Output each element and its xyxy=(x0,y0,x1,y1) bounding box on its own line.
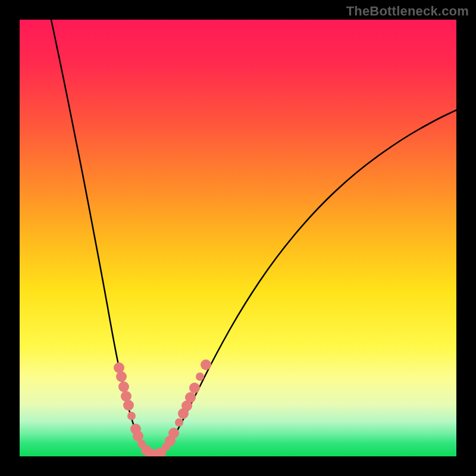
plot-area xyxy=(20,20,456,456)
marker-point xyxy=(189,383,200,393)
marker-point xyxy=(168,428,179,439)
marker-point xyxy=(118,381,129,392)
chart-frame: TheBottleneck.com xyxy=(0,0,476,476)
marker-point xyxy=(116,371,127,382)
watermark-text: TheBottleneck.com xyxy=(346,4,469,19)
series-right-curve xyxy=(154,110,456,456)
curves-svg xyxy=(20,20,456,456)
series-group xyxy=(51,20,456,456)
marker-point xyxy=(175,418,183,427)
series-left-curve xyxy=(51,20,154,456)
marker-point xyxy=(196,372,204,381)
markers-group xyxy=(114,359,211,456)
marker-point xyxy=(127,412,136,420)
marker-point xyxy=(201,359,211,370)
marker-point xyxy=(123,400,134,411)
marker-point xyxy=(185,392,196,403)
